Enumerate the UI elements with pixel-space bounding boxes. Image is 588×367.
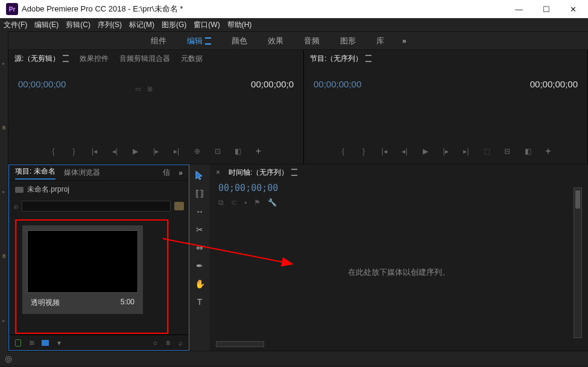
linked-selection-icon[interactable]: ⊂ — [231, 198, 237, 207]
tab-metadata[interactable]: 元数据 — [181, 54, 203, 64]
program-timecode-in[interactable]: 00;00;00;00 — [314, 79, 361, 89]
project-file-name: 未命名.prproj — [27, 184, 69, 195]
menu-marker[interactable]: 标记(M) — [129, 20, 154, 30]
tab-project[interactable]: 项目: 未命名 — [15, 166, 55, 180]
clip-thumbnail[interactable] — [27, 230, 138, 293]
program-timecode-out: 00;00;00;00 — [530, 79, 578, 89]
insert-icon[interactable]: ⊕ — [192, 146, 203, 157]
timeline-horizontal-scrollbar[interactable] — [216, 341, 264, 347]
step-back-icon[interactable]: ◂| — [399, 146, 410, 157]
mark-out-icon[interactable]: } — [69, 146, 80, 157]
menu-window[interactable]: 窗口(W) — [194, 20, 220, 30]
step-fwd-icon[interactable]: |▸ — [440, 146, 451, 157]
program-transport: { } |◂ ◂| ▶ |▸ ▸| ⬚ ⊟ ◧ + — [304, 137, 587, 160]
lock-icon[interactable] — [15, 339, 21, 347]
source-timecode-in[interactable]: 00;00;00;00 — [18, 79, 66, 89]
freeform-view-icon[interactable]: ▾ — [57, 339, 61, 347]
zoom-slider-icon[interactable]: ○ — [153, 339, 157, 347]
timeline-timecode[interactable]: 00;00;00;00 — [210, 180, 588, 196]
menu-graphics[interactable]: 图形(G) — [162, 20, 186, 30]
app-icon: Pr — [6, 3, 18, 15]
ws-tab-effects[interactable]: 效果 — [265, 34, 286, 48]
maximize-button[interactable]: ☐ — [533, 0, 560, 18]
ws-tab-color[interactable]: 颜色 — [229, 34, 250, 48]
resolution-icon[interactable]: ⊞ — [147, 85, 153, 93]
minimize-button[interactable]: — — [505, 0, 533, 18]
razor-tool-icon[interactable]: ✂ — [194, 224, 206, 236]
tab-media-browser[interactable]: 媒体浏览器 — [64, 168, 100, 178]
export-frame-icon[interactable]: ◧ — [522, 146, 533, 157]
ws-tab-editing[interactable]: 编辑 — [185, 34, 213, 48]
timeline-vertical-scrollbar[interactable] — [574, 187, 582, 338]
left-rail: ▸8▸8▸ — [0, 31, 8, 353]
selection-tool-icon[interactable] — [194, 169, 206, 181]
tab-effect-controls[interactable]: 效果控件 — [80, 54, 109, 64]
fit-icon[interactable]: ▭ — [135, 85, 141, 93]
menu-bar: 文件(F) 编辑(E) 剪辑(C) 序列(S) 标记(M) 图形(G) 窗口(W… — [0, 18, 588, 31]
ws-tab-assembly[interactable]: 组件 — [148, 34, 169, 48]
source-fit-icons[interactable]: ▭ ⊞ — [135, 85, 153, 93]
tab-timeline[interactable]: 时间轴:（无序列） — [229, 168, 297, 178]
wrench-icon[interactable]: 🔧 — [268, 198, 277, 207]
ws-tab-library[interactable]: 库 — [374, 34, 387, 48]
settings-icon[interactable]: ⚑ — [254, 198, 261, 207]
pen-tool-icon[interactable]: ✒ — [194, 260, 206, 272]
sort-icon[interactable]: ≡ — [166, 339, 170, 347]
overwrite-icon[interactable]: ⊡ — [212, 146, 223, 157]
step-fwd-icon[interactable]: |▸ — [151, 146, 162, 157]
goto-out-icon[interactable]: ▸| — [461, 146, 472, 157]
window-title: Adobe Premiere Pro CC 2018 - E:\prr\未命名 … — [22, 4, 505, 14]
tab-audio-mixer[interactable]: 音频剪辑混合器 — [119, 54, 170, 64]
timeline-close-icon[interactable]: × — [216, 168, 220, 177]
project-search-input[interactable] — [22, 201, 171, 212]
step-back-icon[interactable]: ◂| — [110, 146, 121, 157]
mark-out-icon[interactable]: } — [358, 146, 369, 157]
ws-tab-graphics[interactable]: 图形 — [338, 34, 358, 48]
menu-edit[interactable]: 编辑(E) — [34, 20, 58, 30]
mark-in-icon[interactable]: { — [338, 146, 349, 157]
ws-tab-audio[interactable]: 音频 — [302, 34, 322, 48]
clip-duration: 5:00 — [121, 298, 134, 308]
menu-clip[interactable]: 剪辑(C) — [66, 20, 90, 30]
goto-out-icon[interactable]: ▸| — [171, 146, 182, 157]
slip-tool-icon[interactable]: ⇔ — [194, 242, 206, 254]
source-timecode-out: 00;00;00;0 — [251, 79, 294, 89]
tab-info-partial[interactable]: 信 — [163, 168, 170, 178]
new-item-icon[interactable] — [174, 202, 184, 210]
menu-file[interactable]: 文件(F) — [4, 20, 27, 30]
export-frame-icon[interactable]: ◧ — [233, 146, 244, 157]
snap-icon[interactable]: ⧉ — [218, 198, 224, 207]
find-icon[interactable]: ⌕ — [179, 339, 183, 347]
clip-card[interactable]: 透明视频 5:00 — [22, 225, 143, 314]
extract-icon[interactable]: ⊟ — [502, 146, 513, 157]
menu-help[interactable]: 帮助(H) — [227, 20, 252, 30]
ripple-edit-tool-icon[interactable]: ↔ — [194, 205, 206, 218]
project-file-row[interactable]: 未命名.prproj — [9, 181, 189, 198]
close-button[interactable]: ✕ — [560, 0, 587, 18]
timeline-toggle-icons: ⧉ ⊂ ▪ ⚑ 🔧 — [210, 196, 588, 209]
timeline-panel[interactable]: × 时间轴:（无序列） 00;00;00;00 ⧉ ⊂ ▪ ⚑ 🔧 在此处放下媒… — [210, 165, 588, 351]
project-tabs-more[interactable]: » — [179, 169, 183, 177]
hand-tool-icon[interactable]: ✋ — [194, 278, 206, 290]
add-button-icon[interactable]: + — [253, 146, 264, 157]
add-button-icon[interactable]: + — [543, 146, 554, 157]
lift-icon[interactable]: ⬚ — [481, 146, 492, 157]
list-view-icon[interactable]: ፧≡ — [30, 339, 33, 347]
marker-icon[interactable]: ▪ — [244, 198, 247, 207]
track-select-tool-icon[interactable]: ⟦⟧ — [194, 187, 206, 199]
search-icon[interactable]: ⌕ — [14, 202, 18, 210]
menu-sequence[interactable]: 序列(S) — [98, 20, 122, 30]
ws-more-button[interactable]: » — [402, 37, 406, 45]
source-transport: { } |◂ ◂| ▶ |▸ ▸| ⊕ ⊡ ◧ + — [8, 137, 303, 160]
icon-view-icon[interactable] — [42, 340, 49, 346]
mark-in-icon[interactable]: { — [48, 146, 59, 157]
svg-marker-0 — [196, 171, 202, 180]
type-tool-icon[interactable]: T — [194, 296, 206, 308]
play-icon[interactable]: ▶ — [130, 146, 141, 157]
goto-in-icon[interactable]: |◂ — [379, 146, 390, 157]
tab-program[interactable]: 节目:（无序列） — [310, 54, 371, 64]
tab-source[interactable]: 源:（无剪辑） — [14, 54, 69, 64]
goto-in-icon[interactable]: |◂ — [89, 146, 100, 157]
cc-sync-icon[interactable]: ◎ — [5, 354, 12, 363]
play-icon[interactable]: ▶ — [420, 146, 431, 157]
